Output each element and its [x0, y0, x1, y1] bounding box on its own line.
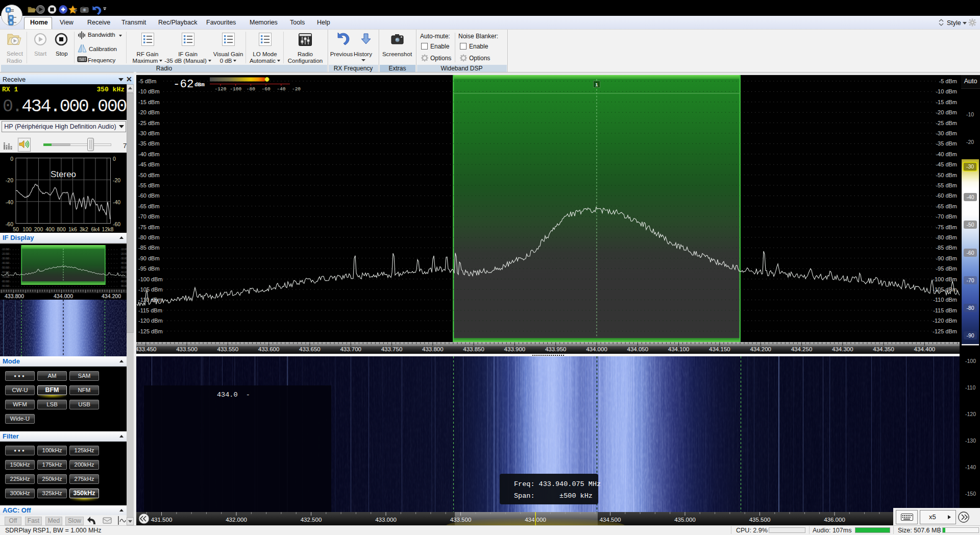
svg-text:-80: -80 — [966, 305, 974, 311]
svg-text:-90: -90 — [966, 332, 974, 338]
svg-text:433.450: 433.450 — [136, 346, 156, 352]
svg-text:-10.000: -10.000 — [2, 248, 10, 251]
svg-text:433.000: 433.000 — [375, 517, 397, 523]
svg-text:-70: -70 — [966, 277, 974, 283]
svg-text:Span: ±500 kHz: Span: ±500 kHz — [514, 492, 593, 500]
svg-text:-90.000: -90.000 — [120, 285, 127, 287]
svg-text:-70.000: -70.000 — [2, 276, 10, 278]
svg-text:-30.000: -30.000 — [2, 257, 10, 260]
svg-text:434.100: 434.100 — [668, 346, 690, 352]
svg-text:-40.000: -40.000 — [2, 262, 10, 264]
svg-text:434.400: 434.400 — [914, 346, 936, 352]
svg-text:434.200: 434.200 — [102, 293, 121, 299]
svg-text:434.150: 434.150 — [709, 346, 730, 352]
svg-text:433.650: 433.650 — [299, 346, 321, 352]
svg-text:-90.000: -90.000 — [2, 285, 10, 287]
svg-text:433.900: 433.900 — [504, 346, 526, 352]
svg-text:-50.000: -50.000 — [120, 266, 127, 269]
svg-text:-20.000: -20.000 — [120, 253, 127, 255]
svg-text:-20.000: -20.000 — [2, 253, 10, 255]
svg-text:-80.000: -80.000 — [120, 280, 127, 283]
svg-text:-30: -30 — [966, 163, 974, 169]
svg-text:436.000: 436.000 — [824, 517, 845, 523]
svg-text:-100: -100 — [230, 86, 241, 92]
svg-text:-40: -40 — [966, 194, 974, 200]
svg-text:433.500: 433.500 — [176, 346, 198, 352]
svg-text:-50: -50 — [966, 222, 974, 228]
svg-text:-40: -40 — [277, 86, 285, 92]
svg-text:Stereo: Stereo — [51, 169, 76, 179]
svg-text:-50.000: -50.000 — [2, 266, 10, 269]
svg-text:-120: -120 — [215, 86, 227, 92]
svg-text:433.750: 433.750 — [381, 346, 403, 352]
svg-text:-30.000: -30.000 — [120, 257, 127, 260]
svg-text:-40.000: -40.000 — [120, 262, 127, 264]
svg-text:-10.000: -10.000 — [120, 248, 127, 251]
svg-text:432.000: 432.000 — [226, 517, 247, 523]
svg-text:-80: -80 — [247, 86, 255, 92]
svg-text:Freq: 433.940.075 MHz: Freq: 433.940.075 MHz — [514, 480, 601, 488]
svg-text:433.850: 433.850 — [463, 346, 484, 352]
svg-text:433.700: 433.700 — [340, 346, 361, 352]
svg-text:435.000: 435.000 — [674, 517, 696, 523]
svg-text:434.050: 434.050 — [627, 346, 649, 352]
svg-text:433.800: 433.800 — [5, 293, 24, 299]
svg-text:435.500: 435.500 — [749, 517, 771, 523]
svg-text:-20: -20 — [292, 86, 301, 92]
svg-text:433.800: 433.800 — [422, 346, 444, 352]
svg-text:-60.000: -60.000 — [120, 271, 127, 274]
svg-text:434.350: 434.350 — [873, 346, 894, 352]
svg-text:-80.000: -80.000 — [2, 280, 10, 283]
svg-text:-60: -60 — [262, 86, 271, 92]
svg-text:433.950: 433.950 — [545, 346, 567, 352]
svg-text:434.200: 434.200 — [750, 346, 771, 352]
svg-text:434.250: 434.250 — [791, 346, 813, 352]
svg-text:434.0 -: 434.0 - — [217, 391, 250, 399]
svg-text:dBm: dBm — [194, 82, 205, 88]
svg-text:-62: -62 — [173, 78, 194, 91]
svg-text:434.000: 434.000 — [586, 346, 607, 352]
svg-text:1: 1 — [595, 82, 598, 87]
svg-text:433.500: 433.500 — [450, 517, 472, 523]
svg-text:433.600: 433.600 — [258, 346, 280, 352]
svg-text:432.500: 432.500 — [301, 517, 322, 523]
svg-text:433.550: 433.550 — [217, 346, 239, 352]
svg-text:-70.000: -70.000 — [120, 276, 127, 278]
svg-text:-60.000: -60.000 — [2, 271, 10, 274]
svg-text:431.500: 431.500 — [151, 517, 173, 523]
svg-text:434.500: 434.500 — [600, 517, 621, 523]
svg-text:434.000: 434.000 — [54, 293, 73, 299]
svg-text:-60: -60 — [966, 250, 974, 256]
svg-text:434.300: 434.300 — [832, 346, 853, 352]
